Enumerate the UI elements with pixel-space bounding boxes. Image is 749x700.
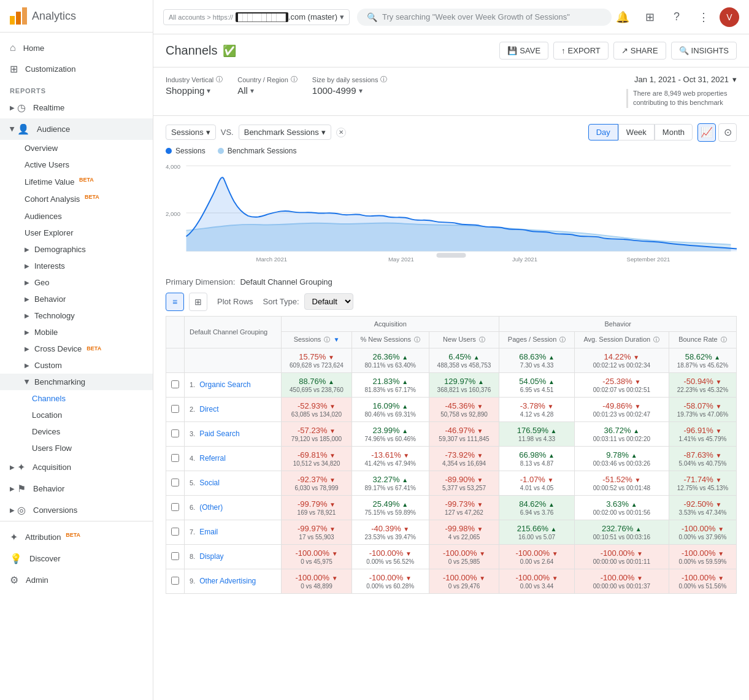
- sidebar-item-acquisition[interactable]: ▶ ✦ Acquisition: [0, 456, 153, 478]
- sidebar-item-audience[interactable]: ▶ 👤 Audience: [0, 118, 153, 140]
- row-name[interactable]: (Other): [199, 503, 223, 512]
- remove-metric-button[interactable]: ✕: [336, 128, 346, 137]
- more-options-button[interactable]: ⋮: [693, 6, 715, 28]
- week-button[interactable]: Week: [618, 124, 655, 140]
- sub-sub-item-location[interactable]: Location: [0, 407, 153, 423]
- metric1-select[interactable]: Sessions ▾: [166, 125, 216, 140]
- sub-sub-item-users-flow[interactable]: Users Flow: [0, 440, 153, 456]
- row-checkbox-input[interactable]: [171, 528, 179, 536]
- row-checkbox[interactable]: [166, 520, 185, 544]
- row-checkbox-input[interactable]: [171, 503, 179, 511]
- size-filter-select[interactable]: 1000-4999 ▾: [312, 85, 388, 96]
- sub-item-overview[interactable]: Overview: [0, 140, 153, 156]
- row-name[interactable]: Email: [199, 528, 218, 536]
- sidebar-item-conversions[interactable]: ▶ ◎ Conversions: [0, 499, 153, 521]
- th-pages-session[interactable]: Pages / Session ⓘ: [499, 331, 574, 348]
- sidebar-item-home[interactable]: ⌂ Home: [0, 37, 153, 58]
- sub-item-demographics[interactable]: ▶ Demographics: [0, 241, 153, 258]
- chevron-icon: ▶: [10, 485, 15, 492]
- row-checkbox[interactable]: [166, 471, 185, 495]
- search-bar[interactable]: 🔍 Try searching "Week over Week Growth o…: [357, 9, 612, 26]
- sub-item-benchmarking[interactable]: ▶ Benchmarking: [0, 374, 153, 390]
- row-checkbox-input[interactable]: [171, 429, 179, 437]
- row-new-users: 129.97% ▲ 368,821 vs 160,376: [429, 372, 499, 397]
- sidebar-app-title: Analytics: [32, 10, 76, 23]
- th-new-sessions[interactable]: % New Sessions ⓘ: [351, 331, 429, 348]
- row-checkbox[interactable]: [166, 372, 185, 397]
- industry-filter-select[interactable]: Shopping ▾: [166, 85, 223, 96]
- sub-item-custom[interactable]: ▶ Custom: [0, 357, 153, 374]
- sort-type-select[interactable]: Default: [304, 293, 353, 310]
- sub-item-technology[interactable]: ▶ Technology: [0, 307, 153, 324]
- th-bounce-rate[interactable]: Bounce Rate ⓘ: [669, 331, 736, 348]
- insights-button[interactable]: 🔍 INSIGHTS: [671, 42, 737, 60]
- sidebar-item-customization[interactable]: ⊞ Customization: [0, 58, 153, 80]
- list-view-button[interactable]: ≡: [166, 293, 184, 311]
- row-checkbox[interactable]: [166, 421, 185, 446]
- export-button[interactable]: ↑ EXPORT: [553, 42, 609, 60]
- sub-sub-item-channels[interactable]: Channels: [0, 390, 153, 407]
- save-button[interactable]: 💾 SAVE: [499, 42, 548, 60]
- plot-rows-button[interactable]: Plot Rows: [212, 294, 258, 309]
- th-avg-duration[interactable]: Avg. Session Duration ⓘ: [574, 331, 669, 348]
- day-button[interactable]: Day: [588, 124, 618, 140]
- chart-scrollbar[interactable]: [437, 253, 466, 258]
- sub-sub-item-devices[interactable]: Devices: [0, 423, 153, 440]
- row-sessions: -69.81% ▼ 10,512 vs 34,820: [282, 446, 352, 471]
- line-chart-button[interactable]: 📈: [697, 123, 716, 142]
- row-name[interactable]: Direct: [199, 405, 218, 413]
- sub-item-mobile[interactable]: ▶ Mobile: [0, 324, 153, 340]
- row-name[interactable]: Referral: [199, 454, 226, 463]
- sub-item-user-explorer[interactable]: User Explorer: [0, 225, 153, 241]
- row-avg-dur: -100.00% ▼ 00:00:00 vs 00:01:37: [574, 569, 669, 593]
- realtime-icon: ◷: [17, 102, 26, 113]
- sub-item-lifetime-value[interactable]: Lifetime Value BETA: [0, 173, 153, 190]
- row-name[interactable]: Other Advertising: [199, 577, 256, 585]
- row-checkbox-input[interactable]: [171, 405, 179, 413]
- account-selector[interactable]: All accounts > https:// ██████████ .com …: [163, 9, 350, 25]
- sub-item-interests[interactable]: ▶ Interests: [0, 258, 153, 274]
- month-button[interactable]: Month: [655, 124, 693, 140]
- row-sessions: -99.79% ▼ 169 vs 78,921: [282, 495, 352, 520]
- avatar[interactable]: V: [720, 7, 739, 27]
- sub-item-audiences[interactable]: Audiences: [0, 208, 153, 225]
- benchmark-dot: [218, 148, 224, 154]
- sub-item-cross-device[interactable]: ▶ Cross Device BETA: [0, 340, 153, 357]
- sub-item-geo[interactable]: ▶ Geo: [0, 274, 153, 291]
- row-name[interactable]: Display: [199, 552, 223, 561]
- row-name[interactable]: Organic Search: [199, 380, 250, 389]
- sub-item-behavior[interactable]: ▶ Behavior: [0, 291, 153, 307]
- date-range-selector[interactable]: Jan 1, 2021 - Oct 31, 2021 ▾: [634, 75, 737, 84]
- row-checkbox-input[interactable]: [171, 577, 179, 585]
- row-checkbox-input[interactable]: [171, 380, 179, 388]
- row-bounce: -50.94% ▼ 22.23% vs 45.32%: [669, 372, 736, 397]
- row-checkbox[interactable]: [166, 569, 185, 593]
- row-checkbox[interactable]: [166, 495, 185, 520]
- help-button[interactable]: ?: [666, 6, 688, 28]
- row-checkbox-input[interactable]: [171, 552, 179, 560]
- th-sessions[interactable]: Sessions ⓘ ▼: [282, 331, 352, 348]
- sidebar-item-discover[interactable]: 💡 Discover: [0, 548, 153, 569]
- notifications-button[interactable]: 🔔: [612, 6, 634, 28]
- row-checkbox[interactable]: [166, 544, 185, 569]
- sidebar-item-behavior[interactable]: ▶ ⚑ Behavior: [0, 478, 153, 499]
- verified-icon: ✅: [223, 44, 236, 58]
- country-filter-select[interactable]: All ▾: [237, 85, 298, 96]
- share-button[interactable]: ↗ SHARE: [613, 42, 666, 60]
- apps-button[interactable]: ⊞: [639, 6, 661, 28]
- sub-item-active-users[interactable]: Active Users: [0, 156, 153, 173]
- bar-chart-button[interactable]: ⊙: [718, 123, 737, 142]
- row-checkbox-input[interactable]: [171, 454, 179, 462]
- row-checkbox[interactable]: [166, 446, 185, 471]
- metric2-select[interactable]: Benchmark Sessions ▾: [239, 125, 331, 140]
- row-checkbox[interactable]: [166, 397, 185, 421]
- sidebar-item-attribution[interactable]: ✦ Attribution BETA: [0, 526, 153, 548]
- grid-view-button[interactable]: ⊞: [189, 293, 207, 311]
- sidebar-item-realtime[interactable]: ▶ ◷ Realtime: [0, 97, 153, 118]
- row-name[interactable]: Social: [199, 479, 220, 487]
- sub-item-cohort-analysis[interactable]: Cohort Analysis BETA: [0, 190, 153, 207]
- th-new-users[interactable]: New Users ⓘ: [429, 331, 499, 348]
- row-name[interactable]: Paid Search: [199, 429, 239, 438]
- sidebar-item-admin[interactable]: ⚙ Admin: [0, 569, 153, 591]
- row-checkbox-input[interactable]: [171, 479, 179, 487]
